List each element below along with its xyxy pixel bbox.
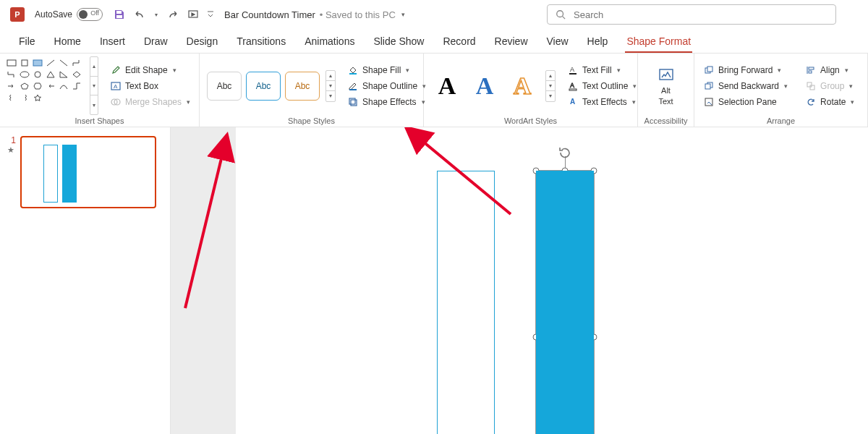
search-input[interactable] — [572, 9, 828, 21]
from-beginning-icon[interactable] — [187, 8, 200, 21]
shape-diamond-icon[interactable] — [71, 69, 82, 80]
gallery-more-icon[interactable]: ▾ — [326, 91, 335, 101]
shape-pentagon-icon[interactable] — [19, 81, 30, 91]
shape-oval-icon[interactable] — [19, 69, 30, 80]
shapes-gallery-spinner[interactable]: ▴ ▾ ▾ — [90, 56, 98, 115]
rotation-handle-icon[interactable] — [557, 145, 573, 161]
align-button[interactable]: Align ▾ — [802, 63, 857, 77]
gallery-down-icon[interactable]: ▾ — [546, 81, 555, 91]
rotate-button[interactable]: Rotate ▾ — [802, 95, 857, 109]
gallery-up-icon[interactable]: ▴ — [546, 71, 555, 81]
undo-icon[interactable] — [133, 8, 146, 21]
shape-curve-icon[interactable] — [58, 81, 69, 91]
shape-rtriangle-icon[interactable] — [58, 69, 69, 80]
tab-shape-format[interactable]: Shape Format — [618, 31, 699, 53]
tab-file[interactable]: File — [10, 31, 44, 53]
group-button[interactable]: Group ▾ — [802, 79, 857, 93]
shape-effects-button[interactable]: Shape Effects ▾ — [344, 95, 429, 109]
wordart-swatch-2[interactable]: A — [469, 70, 501, 102]
tab-record[interactable]: Record — [434, 31, 484, 53]
style-swatch-1[interactable]: Abc — [207, 72, 242, 101]
shape-elbow-icon[interactable] — [71, 58, 82, 68]
tab-slide-show[interactable]: Slide Show — [365, 31, 433, 53]
autosave-toggle[interactable]: AutoSave Off — [35, 8, 103, 21]
style-swatch-2[interactable]: Abc — [246, 72, 281, 101]
shape-elbow2-icon[interactable] — [6, 69, 17, 80]
tab-insert[interactable]: Insert — [91, 31, 134, 53]
animation-indicator-icon: ★ — [7, 145, 16, 155]
toggle-track[interactable]: Off — [77, 8, 103, 21]
group-accessibility: Alt Text Accessibility — [638, 54, 694, 127]
svg-rect-4 — [7, 60, 16, 66]
shape-connector-icon[interactable] — [71, 81, 82, 91]
shape-line-icon[interactable] — [45, 58, 56, 68]
undo-dropdown-icon[interactable]: ▾ — [153, 8, 159, 21]
text-outline-button[interactable]: A Text Outline ▾ — [564, 79, 639, 93]
tab-home[interactable]: Home — [46, 31, 90, 53]
slide-thumbnail-1[interactable] — [20, 136, 156, 208]
send-backward-button[interactable]: Send Backward ▾ — [700, 79, 791, 93]
shape-textframe-icon[interactable] — [32, 58, 43, 68]
shape-square-icon[interactable] — [19, 58, 30, 68]
svg-line-3 — [563, 17, 566, 20]
gallery-more-icon[interactable]: ▾ — [546, 91, 555, 101]
gallery-down-icon[interactable]: ▾ — [326, 81, 335, 91]
tab-transitions[interactable]: Transitions — [228, 31, 294, 53]
group-label: Arrange — [700, 115, 861, 125]
shape-brace-icon[interactable] — [6, 93, 17, 103]
gallery-more-icon[interactable]: ▾ — [90, 95, 98, 114]
merge-shapes-button[interactable]: Merge Shapes ▾ — [107, 95, 193, 109]
styles-gallery-spinner[interactable]: ▴ ▾ ▾ — [326, 70, 336, 102]
shape-circle-icon[interactable] — [32, 69, 43, 80]
tab-view[interactable]: View — [538, 31, 577, 53]
thumb-shape-outline — [43, 145, 58, 203]
shape-line2-icon[interactable] — [58, 58, 69, 68]
qat-customize-icon[interactable] — [207, 8, 214, 21]
tab-design[interactable]: Design — [178, 31, 227, 53]
bring-forward-button[interactable]: Bring Forward ▾ — [700, 63, 791, 77]
save-icon[interactable] — [113, 8, 126, 21]
shape-hex-icon[interactable] — [32, 81, 43, 91]
wordart-swatch-3[interactable]: A — [506, 70, 538, 102]
redo-icon[interactable] — [166, 8, 179, 21]
shapes-gallery[interactable] — [6, 56, 84, 115]
search-box[interactable] — [547, 4, 836, 25]
slide-thumbnail-row[interactable]: 1 ★ — [7, 136, 163, 208]
shape-outline-button[interactable]: Shape Outline ▾ — [344, 79, 429, 93]
tab-draw[interactable]: Draw — [135, 31, 176, 53]
shape-brace2-icon[interactable] — [19, 93, 30, 103]
tab-animations[interactable]: Animations — [296, 31, 363, 53]
tab-help[interactable]: Help — [579, 31, 617, 53]
tab-review[interactable]: Review — [486, 31, 537, 53]
outlined-rectangle-shape[interactable] — [437, 171, 495, 434]
edit-shape-button[interactable]: Edit Shape ▾ — [107, 63, 193, 77]
shape-rect-icon[interactable] — [6, 58, 17, 68]
style-swatch-3[interactable]: Abc — [285, 72, 320, 101]
text-effects-button[interactable]: A Text Effects ▾ — [564, 95, 639, 109]
selection-pane-button[interactable]: Selection Pane — [700, 95, 791, 109]
document-title[interactable]: Bar Countdown Timer • Saved to this PC ▾ — [224, 9, 405, 20]
shape-fill-button[interactable]: Shape Fill ▾ — [344, 63, 429, 77]
text-box-button[interactable]: A Text Box — [107, 79, 193, 93]
wordart-swatch-1[interactable]: A — [431, 70, 463, 102]
svg-text:A: A — [570, 98, 575, 106]
gallery-up-icon[interactable]: ▴ — [326, 71, 335, 81]
slide-thumbnails-panel[interactable]: 1 ★ — [0, 127, 171, 434]
ribbon: ▴ ▾ ▾ Edit Shape ▾ A Text Box Merge Shap… — [0, 54, 868, 127]
filled-rectangle-shape[interactable] — [536, 171, 594, 434]
shape-styles-gallery[interactable]: Abc Abc Abc ▴ ▾ ▾ — [205, 56, 337, 115]
shape-arrow-icon[interactable] — [6, 81, 17, 91]
chevron-down-icon: ▾ — [633, 82, 637, 90]
gallery-down-icon[interactable]: ▾ — [90, 77, 98, 96]
slide-canvas-area[interactable] — [171, 127, 868, 434]
gallery-up-icon[interactable]: ▴ — [90, 57, 98, 77]
wordart-gallery-spinner[interactable]: ▴ ▾ ▾ — [545, 70, 556, 102]
shape-triangle-icon[interactable] — [45, 69, 56, 80]
text-fill-button[interactable]: A Text Fill ▾ — [564, 63, 639, 77]
shape-arrowl-icon[interactable] — [45, 81, 56, 91]
slide[interactable] — [236, 127, 868, 434]
wordart-gallery[interactable]: A A A ▴ ▾ ▾ — [430, 56, 557, 115]
shape-fill-label: Shape Fill — [362, 65, 401, 75]
shape-star-icon[interactable] — [32, 93, 43, 103]
alt-text-button[interactable]: Alt Text — [653, 56, 679, 115]
